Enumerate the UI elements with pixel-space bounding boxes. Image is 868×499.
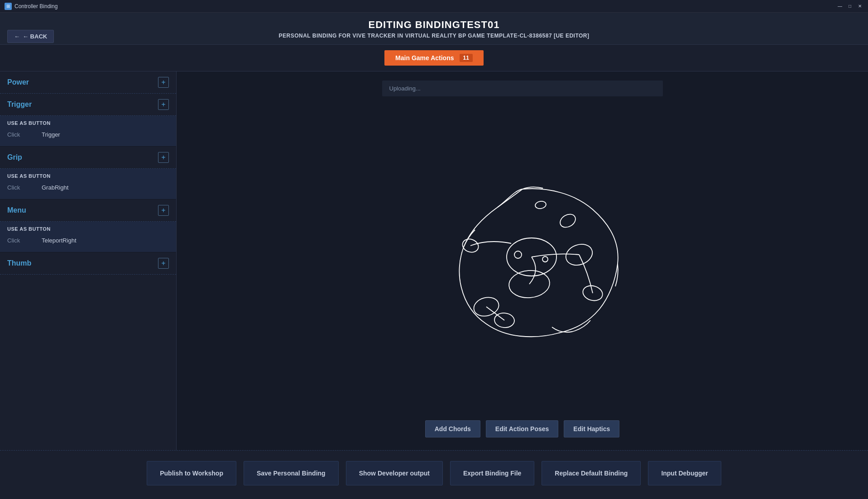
- controller-area: [186, 101, 859, 413]
- titlebar: ⊞ Controller Binding — □ ✕: [0, 0, 868, 13]
- right-panel: Uploading...: [177, 71, 868, 450]
- grip-input-type: Click: [7, 184, 34, 191]
- action-set-button[interactable]: Main Game Actions 11: [384, 50, 484, 66]
- grip-binding-type: USE AS BUTTON: [7, 173, 169, 179]
- grip-action: GrabRight: [42, 184, 68, 191]
- section-title-thumb: Thumb: [7, 259, 31, 267]
- publish-workshop-button[interactable]: Publish to Workshop: [147, 461, 236, 485]
- section-title-grip: Grip: [7, 153, 22, 162]
- section-header-grip[interactable]: Grip +: [0, 147, 176, 169]
- svg-point-5: [557, 212, 577, 230]
- trigger-action: Trigger: [42, 131, 60, 138]
- trigger-input-type: Click: [7, 131, 34, 138]
- section-header-thumb[interactable]: Thumb +: [0, 252, 176, 275]
- back-button[interactable]: ← ← BACK: [7, 30, 54, 43]
- left-panel: Power + Trigger + USE AS BUTTON Click Tr…: [0, 71, 177, 450]
- page-subtitle: PERSONAL BINDING FOR VIVE TRACKER IN VIR…: [0, 33, 868, 39]
- controller-illustration: [398, 166, 647, 347]
- add-power-button[interactable]: +: [158, 77, 169, 88]
- replace-default-binding-button[interactable]: Replace Default Binding: [542, 461, 641, 485]
- trigger-binding-group: USE AS BUTTON Click Trigger: [0, 116, 176, 147]
- section-header-trigger[interactable]: Trigger +: [0, 94, 176, 116]
- back-label: ← BACK: [23, 33, 47, 40]
- section-menu: Menu + USE AS BUTTON Click TeleportRight: [0, 200, 176, 252]
- menu-action: TeleportRight: [42, 237, 77, 244]
- uploading-text: Uploading...: [389, 85, 421, 92]
- main-layout: Power + Trigger + USE AS BUTTON Click Tr…: [0, 71, 868, 450]
- save-personal-binding-button[interactable]: Save Personal Binding: [244, 461, 339, 485]
- edit-action-poses-button[interactable]: Edit Action Poses: [486, 420, 559, 437]
- grip-binding-group: USE AS BUTTON Click GrabRight: [0, 169, 176, 200]
- section-trigger: Trigger + USE AS BUTTON Click Trigger: [0, 94, 176, 147]
- action-set-label: Main Game Actions: [395, 54, 454, 62]
- section-power: Power +: [0, 71, 176, 94]
- minimize-button[interactable]: —: [836, 3, 844, 10]
- svg-point-9: [514, 251, 522, 258]
- menu-input-type: Click: [7, 237, 34, 244]
- menu-binding-type: USE AS BUTTON: [7, 226, 169, 232]
- add-menu-button[interactable]: +: [158, 205, 169, 216]
- add-thumb-button[interactable]: +: [158, 258, 169, 269]
- section-title-power: Power: [7, 78, 29, 86]
- trigger-binding-type: USE AS BUTTON: [7, 120, 169, 126]
- svg-point-10: [542, 257, 548, 262]
- menu-binding-row: Click TeleportRight: [7, 235, 169, 246]
- maximize-button[interactable]: □: [846, 3, 854, 10]
- close-button[interactable]: ✕: [856, 3, 863, 10]
- section-title-trigger: Trigger: [7, 100, 32, 109]
- add-chords-button[interactable]: Add Chords: [425, 420, 480, 437]
- menu-binding-group: USE AS BUTTON Click TeleportRight: [0, 222, 176, 252]
- action-set-badge: 11: [460, 54, 473, 62]
- add-trigger-button[interactable]: +: [158, 99, 169, 110]
- section-grip: Grip + USE AS BUTTON Click GrabRight: [0, 147, 176, 200]
- action-buttons-row: Add Chords Edit Action Poses Edit Haptic…: [425, 413, 620, 441]
- grip-binding-row: Click GrabRight: [7, 182, 169, 193]
- show-developer-output-button[interactable]: Show Developer output: [346, 461, 443, 485]
- edit-haptics-button[interactable]: Edit Haptics: [564, 420, 619, 437]
- page-title: EDITING BINDINGTEST01: [0, 19, 868, 31]
- section-header-power[interactable]: Power +: [0, 71, 176, 94]
- svg-point-6: [534, 200, 546, 209]
- header: ← ← BACK EDITING BINDINGTEST01 PERSONAL …: [0, 13, 868, 45]
- add-grip-button[interactable]: +: [158, 152, 169, 163]
- action-bar: Main Game Actions 11: [0, 45, 868, 71]
- input-debugger-button[interactable]: Input Debugger: [648, 461, 721, 485]
- footer: Publish to Workshop Save Personal Bindin…: [0, 450, 868, 495]
- section-thumb: Thumb +: [0, 252, 176, 275]
- window-controls: — □ ✕: [836, 3, 863, 10]
- titlebar-title: Controller Binding: [14, 3, 58, 10]
- section-header-menu[interactable]: Menu +: [0, 200, 176, 222]
- uploading-bar: Uploading...: [382, 81, 663, 96]
- export-binding-file-button[interactable]: Export Binding File: [450, 461, 534, 485]
- section-title-menu: Menu: [7, 206, 26, 214]
- back-arrow-icon: ←: [14, 33, 20, 40]
- trigger-binding-row: Click Trigger: [7, 129, 169, 140]
- app-icon: ⊞: [5, 3, 12, 10]
